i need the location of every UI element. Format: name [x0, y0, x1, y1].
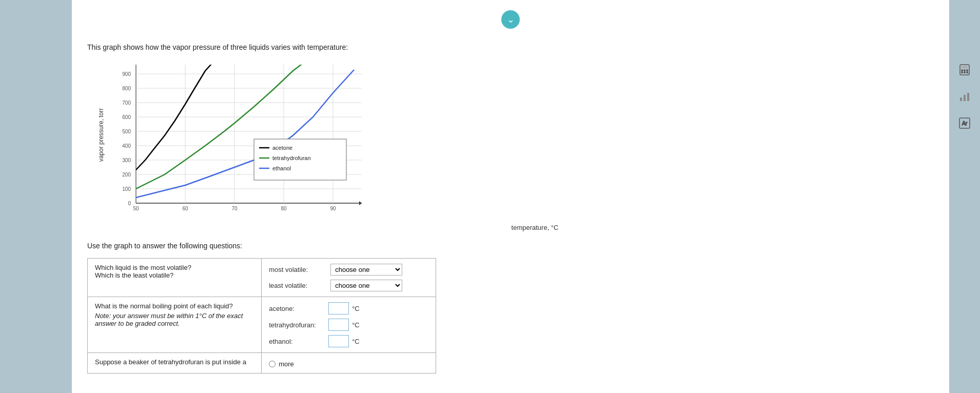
q-boiling-label: What is the normal boiling point of each…	[88, 297, 262, 353]
svg-point-42	[962, 70, 963, 71]
svg-point-43	[964, 70, 965, 71]
svg-marker-32	[359, 201, 362, 205]
svg-text:tetrahydrofuran: tetrahydrofuran	[272, 155, 311, 161]
svg-text:acetone: acetone	[272, 145, 292, 151]
thf-label: tetrahydrofuran:	[269, 321, 325, 329]
svg-rect-49	[964, 95, 966, 101]
svg-rect-0	[136, 65, 362, 203]
most-volatile-select[interactable]: choose one acetone tetrahydrofuran ethan…	[330, 264, 402, 276]
table-row: Suppose a beaker of tetrahydrofuran is p…	[88, 353, 436, 374]
least-volatile-label: least volatile:	[269, 282, 325, 289]
svg-text:500: 500	[122, 129, 131, 134]
boiling-question: What is the normal boiling point of each…	[95, 302, 254, 310]
right-panel: Ar	[949, 0, 980, 393]
q-volatile-answers: most volatile: choose one acetone tetrah…	[262, 259, 436, 297]
table-row: Which liquid is the most volatile? Which…	[88, 259, 436, 297]
svg-text:100: 100	[122, 186, 131, 192]
svg-text:0: 0	[128, 201, 131, 206]
svg-text:ethanol: ethanol	[272, 165, 291, 171]
acetone-input[interactable]	[328, 302, 349, 315]
least-volatile-row: least volatile: choose one acetone tetra…	[269, 280, 428, 291]
chart-svg: 100 200 300 400 500 600 700 800	[115, 60, 372, 208]
q-volatile-label: Which liquid is the most volatile? Which…	[88, 259, 262, 297]
description-text: This graph shows how the vapor pressure …	[87, 43, 934, 51]
q-beaker-label: Suppose a beaker of tetrahydrofuran is p…	[88, 353, 262, 374]
ethanol-unit: °C	[352, 338, 360, 345]
q-beaker-answer: more	[262, 353, 436, 374]
questions-intro: Use the graph to answer the following qu…	[87, 242, 934, 250]
most-volatile-question: Which liquid is the most volatile?	[95, 264, 254, 271]
questions-table: Which liquid is the most volatile? Which…	[87, 258, 436, 374]
beaker-question: Suppose a beaker of tetrahydrofuran is p…	[95, 358, 246, 366]
most-volatile-row: most volatile: choose one acetone tetrah…	[269, 264, 428, 276]
more-radio-row: more	[269, 360, 428, 368]
acetone-unit: °C	[352, 305, 360, 312]
least-volatile-question: Which is the least volatile?	[95, 271, 254, 279]
collapse-button[interactable]: ⌄	[501, 10, 520, 29]
least-volatile-select[interactable]: choose one acetone tetrahydrofuran ethan…	[330, 280, 402, 291]
chevron-down-icon: ⌄	[507, 14, 515, 25]
svg-text:900: 900	[122, 71, 131, 77]
most-volatile-label: most volatile:	[269, 266, 325, 273]
svg-text:80: 80	[281, 206, 287, 211]
svg-text:60: 60	[182, 206, 188, 211]
svg-rect-48	[960, 97, 962, 101]
x-axis-label: temperature, °C	[512, 224, 559, 231]
table-row: What is the normal boiling point of each…	[88, 297, 436, 353]
svg-text:700: 700	[122, 100, 131, 106]
svg-text:70: 70	[231, 206, 238, 211]
acetone-boiling-row: acetone: °C	[269, 302, 428, 315]
svg-text:90: 90	[330, 206, 336, 211]
boiling-note: Note: your answer must be within 1°C of …	[95, 312, 254, 327]
svg-point-44	[967, 70, 968, 71]
periodic-table-icon[interactable]: Ar	[956, 115, 973, 131]
calculator-icon[interactable]	[956, 62, 973, 78]
svg-rect-50	[967, 93, 969, 101]
svg-point-45	[962, 72, 963, 73]
svg-text:800: 800	[122, 86, 131, 91]
y-axis-label: vapor pressure, torr	[98, 108, 105, 162]
svg-text:200: 200	[122, 172, 131, 178]
more-radio[interactable]	[269, 361, 276, 367]
svg-point-46	[964, 72, 965, 73]
svg-point-47	[967, 72, 968, 73]
ethanol-input[interactable]	[328, 335, 349, 347]
chart-icon[interactable]	[956, 88, 973, 105]
svg-text:400: 400	[122, 143, 131, 149]
thf-boiling-row: tetrahydrofuran: °C	[269, 319, 428, 331]
svg-text:300: 300	[122, 158, 131, 163]
svg-rect-41	[962, 66, 968, 68]
more-label: more	[279, 360, 294, 368]
thf-input[interactable]	[328, 319, 349, 331]
ethanol-label: ethanol:	[269, 338, 325, 345]
acetone-label: acetone:	[269, 305, 325, 312]
q-boiling-answers: acetone: °C tetrahydrofuran: °C ethanol:…	[262, 297, 436, 353]
svg-text:Ar: Ar	[962, 121, 968, 126]
ethanol-boiling-row: ethanol: °C	[269, 335, 428, 347]
thf-unit: °C	[352, 321, 360, 329]
chart-area: vapor pressure, torr	[87, 60, 385, 219]
svg-text:600: 600	[122, 114, 131, 120]
svg-text:50: 50	[133, 206, 139, 211]
